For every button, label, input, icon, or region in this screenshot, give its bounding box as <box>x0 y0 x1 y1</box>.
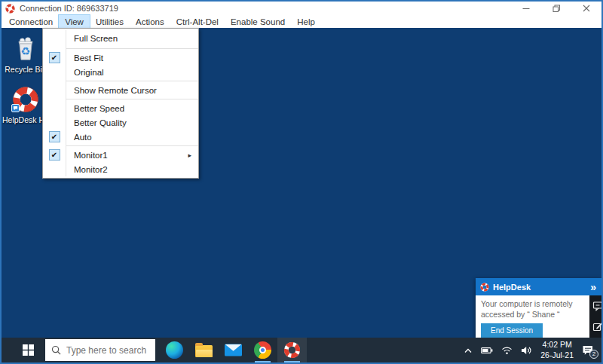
close-icon <box>583 5 590 12</box>
checked-checkbox: ✔ <box>49 149 60 161</box>
collapse-chevrons-icon[interactable]: » <box>590 282 596 292</box>
check-icon: ✔ <box>51 54 57 62</box>
menu-item-full-screen[interactable]: Full Screen <box>43 30 198 47</box>
menu-view[interactable]: View <box>59 15 90 28</box>
taskbar-chrome-icon[interactable] <box>248 338 277 362</box>
view-dropdown-menu: Full Screen ✔ Best Fit Original Show Rem… <box>42 28 199 179</box>
battery-icon <box>481 347 493 354</box>
clock[interactable]: 4:02 PM 26-Jul-21 <box>540 340 574 360</box>
helpdesk-lifebuoy-icon <box>480 283 489 292</box>
close-button[interactable] <box>571 2 601 15</box>
taskbar-mail-icon[interactable] <box>219 338 248 362</box>
menu-utilities[interactable]: Utilities <box>90 15 130 28</box>
battery-button[interactable] <box>481 347 493 354</box>
svg-text:♻: ♻ <box>21 45 31 57</box>
menu-item-monitor1[interactable]: ✔ Monitor1 ▸ <box>43 148 198 162</box>
search-input[interactable] <box>66 345 149 356</box>
tray-time: 4:02 PM <box>540 340 574 350</box>
taskbar-search[interactable] <box>45 339 155 361</box>
titlebar: Connection ID: 869633719 <box>2 2 601 15</box>
recycle-bin-icon: ♻ <box>12 35 39 63</box>
volume-button[interactable] <box>521 346 532 355</box>
menu-actions[interactable]: Actions <box>130 15 170 28</box>
taskbar-edge-icon[interactable] <box>160 338 189 362</box>
helpdesk-panel-header[interactable]: HelpDesk » <box>476 278 601 295</box>
menu-separator <box>66 99 198 99</box>
maximize-button[interactable] <box>541 2 571 15</box>
menu-item-monitor2[interactable]: Monitor2 <box>43 162 198 176</box>
helpdesk-panel-title: HelpDesk <box>493 283 531 292</box>
taskbar-helpdesk-icon[interactable] <box>277 338 307 362</box>
menu-enable-sound[interactable]: Enable Sound <box>225 15 291 28</box>
helpdesk-lifebuoy-icon <box>5 4 15 14</box>
menu-item-auto[interactable]: ✔ Auto <box>43 130 198 144</box>
helpdesk-side-toolbar <box>589 295 603 341</box>
chevron-up-icon <box>464 347 473 353</box>
volume-icon <box>521 346 532 355</box>
system-tray: 4:02 PM 26-Jul-21 2 <box>464 338 601 362</box>
check-icon: ✔ <box>51 133 57 141</box>
taskbar-file-explorer-icon[interactable] <box>189 338 219 362</box>
minimize-icon <box>522 5 530 12</box>
check-icon: ✔ <box>51 151 57 159</box>
end-session-button[interactable]: End Session <box>481 323 543 338</box>
checked-checkbox: ✔ <box>49 52 60 63</box>
menu-separator <box>66 81 198 81</box>
whiteboard-edit-icon[interactable] <box>592 321 603 332</box>
checked-checkbox: ✔ <box>49 131 60 142</box>
shortcut-chat-badge-icon <box>11 104 20 112</box>
menu-ctrl-alt-del[interactable]: Ctrl-Alt-Del <box>170 15 225 28</box>
wifi-button[interactable] <box>501 346 513 355</box>
minimize-button[interactable] <box>511 2 541 15</box>
action-center-button[interactable]: 2 <box>582 345 594 356</box>
taskbar-app-icons <box>160 338 307 362</box>
helpdesk-session-panel: HelpDesk » Your computer is remotely acc… <box>476 278 601 338</box>
windows-logo-icon <box>23 344 34 356</box>
taskbar: 4:02 PM 26-Jul-21 2 <box>2 338 601 362</box>
wifi-icon <box>501 346 513 355</box>
menu-item-best-fit[interactable]: ✔ Best Fit <box>43 50 198 65</box>
tray-date: 26-Jul-21 <box>540 350 574 361</box>
menu-help[interactable]: Help <box>291 15 321 28</box>
remote-control-window: Connection ID: 869633719 Connection View <box>0 0 603 364</box>
hidden-icons-button[interactable] <box>464 347 473 353</box>
start-button[interactable] <box>11 338 45 362</box>
helpdesk-panel-body: Your computer is remotely accessed by “ … <box>476 295 601 341</box>
menu-item-original[interactable]: Original <box>43 65 198 79</box>
menu-item-show-remote-cursor[interactable]: Show Remote Cursor <box>43 83 198 97</box>
notification-count-badge: 2 <box>589 350 598 359</box>
restore-icon <box>552 5 561 13</box>
window-title: Connection ID: 869633719 <box>20 4 118 13</box>
helpdesk-lifebuoy-icon <box>283 341 301 359</box>
menu-item-better-quality[interactable]: Better Quality <box>43 115 198 130</box>
menubar: Connection View Utilities Actions Ctrl-A… <box>2 15 601 28</box>
menu-separator <box>66 48 198 49</box>
chat-icon[interactable] <box>592 301 603 311</box>
search-icon <box>51 345 61 355</box>
menu-separator <box>66 145 198 146</box>
submenu-arrow-icon: ▸ <box>188 151 191 159</box>
mail-icon <box>225 344 242 356</box>
menu-item-better-speed[interactable]: Better Speed <box>43 101 198 115</box>
menu-connection[interactable]: Connection <box>3 15 59 28</box>
remote-access-message: Your computer is remotely accessed by “ … <box>481 299 588 320</box>
window-controls <box>511 2 601 15</box>
